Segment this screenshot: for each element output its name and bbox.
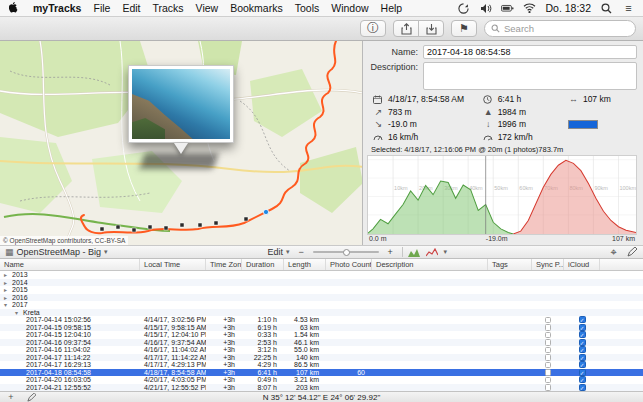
icloud-checkbox[interactable]: ✓ — [579, 339, 586, 346]
icloud-checkbox[interactable]: ✓ — [579, 346, 586, 353]
group-row[interactable]: ▸2014 — [0, 279, 643, 287]
toolbar-search[interactable] — [484, 20, 636, 37]
track-name-field[interactable]: 2017-04-18 08:54:58 — [423, 45, 637, 59]
info-button[interactable]: ⓘ — [360, 20, 386, 37]
edit-track-button[interactable] — [24, 393, 38, 402]
sync-status-icon[interactable] — [457, 2, 470, 15]
menu-item[interactable]: Window — [331, 2, 368, 14]
photo-card[interactable] — [128, 65, 234, 143]
volume-icon[interactable] — [479, 2, 492, 15]
column-header[interactable]: Local Time — [140, 259, 206, 270]
icloud-checkbox[interactable]: ✓ — [579, 369, 586, 376]
apple-menu-icon[interactable] — [8, 2, 21, 15]
icloud-checkbox[interactable]: ✓ — [579, 361, 586, 368]
description-label: Description: — [367, 62, 423, 72]
menu-item[interactable]: Help — [381, 2, 403, 14]
cell-time_zone: +3h — [206, 384, 242, 392]
add-track-button[interactable]: + — [4, 393, 18, 402]
column-header[interactable]: Sync P... — [532, 259, 564, 270]
elevation-chart[interactable]: 10km20km30km40km50km60km70km80km90km100k… — [367, 155, 637, 235]
sync-toggle[interactable] — [545, 339, 552, 346]
track-color-swatch[interactable] — [568, 120, 598, 129]
track-row[interactable]: 2017-04-16 11:04:024/16/17, 11:04:02 AM+… — [0, 346, 643, 354]
group-row[interactable]: ▸2015 — [0, 286, 643, 294]
sync-toggle[interactable] — [545, 377, 552, 384]
zoom-slider-thumb[interactable] — [343, 249, 350, 256]
menu-item[interactable]: Tools — [295, 2, 320, 14]
menubar-clock[interactable]: Do. 18:32 — [545, 2, 591, 14]
sync-toggle[interactable] — [545, 347, 552, 354]
track-row[interactable]: 2017-04-14 15:02:564/14/17, 3:02:56 PM+3… — [0, 316, 643, 324]
waypoint-flag-button[interactable]: ⚑ — [451, 20, 477, 37]
column-header[interactable]: Length — [284, 259, 326, 270]
track-row[interactable]: 2017-04-17 11:14:224/17/17, 11:14:22 AM+… — [0, 354, 643, 362]
track-row[interactable]: 2017-04-18 08:54:584/18/17, 8:54:58 AM+3… — [0, 369, 643, 377]
track-row[interactable]: 2017-04-17 16:29:134/17/17, 4:29:13 PM+3… — [0, 361, 643, 369]
icloud-checkbox[interactable]: ✓ — [579, 376, 586, 383]
edit-mode-dropdown[interactable]: Edit ▾ — [268, 247, 290, 257]
menu-item[interactable]: Bookmarks — [230, 2, 283, 14]
map-provider-dropdown[interactable]: ▦ OpenStreetMap - Big ▾ — [5, 247, 108, 257]
menu-item[interactable]: Tracks — [152, 2, 183, 14]
sync-toggle[interactable] — [545, 317, 552, 324]
sync-toggle[interactable] — [545, 324, 552, 331]
sync-toggle[interactable] — [545, 332, 552, 339]
group-row[interactable]: ▾Kreta — [0, 309, 643, 317]
menu-item[interactable]: View — [196, 2, 219, 14]
table-body: ▸2013▸2014▸2015▸2016▾2017▾Kreta2017-04-1… — [0, 271, 643, 391]
locate-button[interactable]: ⌖ — [607, 246, 620, 258]
column-header[interactable]: Tags — [488, 259, 532, 270]
cell-description — [372, 346, 488, 354]
column-header[interactable]: Name — [0, 259, 140, 270]
column-header[interactable]: Duration — [242, 259, 284, 270]
notification-center-icon[interactable]: ≡ — [622, 2, 635, 15]
wifi-icon[interactable] — [523, 2, 536, 15]
sync-toggle[interactable] — [545, 362, 552, 369]
draw-track-button[interactable] — [625, 246, 638, 258]
spotlight-icon[interactable] — [600, 2, 613, 15]
icloud-checkbox[interactable]: ✓ — [579, 324, 586, 331]
menu-item[interactable]: Edit — [122, 2, 140, 14]
share-import-button[interactable] — [418, 20, 444, 37]
track-row[interactable]: 2017-04-21 12:55:524/21/17, 12:55:52 PM+… — [0, 384, 643, 392]
group-row[interactable]: ▸2013 — [0, 271, 643, 279]
cell-duration: 3:12 h — [242, 346, 284, 354]
icloud-checkbox[interactable]: ✓ — [579, 316, 586, 323]
column-header[interactable]: Description — [372, 259, 488, 270]
menu-bar: myTracks FileEditTracksViewBookmarksTool… — [0, 0, 643, 17]
cell-tags — [488, 324, 532, 332]
speed-graph-button[interactable] — [426, 246, 439, 258]
track-stats: 4/18/17, 8:54:58 AM 6:41 h ↔107 km ↗783 … — [373, 93, 637, 143]
zoom-in-button[interactable]: + — [384, 246, 397, 258]
column-header[interactable]: Photo Count — [326, 259, 372, 270]
battery-icon[interactable] — [501, 2, 514, 15]
sync-toggle[interactable] — [545, 369, 552, 376]
sync-toggle[interactable] — [545, 354, 552, 361]
track-row[interactable]: 2017-04-20 16:03:054/20/17, 4:03:05 PM+3… — [0, 376, 643, 384]
icloud-checkbox[interactable]: ✓ — [579, 354, 586, 361]
menu-item[interactable]: File — [93, 2, 110, 14]
share-export-button[interactable] — [393, 20, 419, 37]
column-header[interactable]: iCloud — [564, 259, 600, 270]
search-input[interactable] — [504, 23, 636, 34]
column-header[interactable]: Time Zone — [206, 259, 242, 270]
sync-toggle[interactable] — [545, 384, 552, 391]
row-name: 2017-04-15 09:58:15 — [26, 324, 91, 331]
cell-tags — [488, 279, 532, 287]
menu-app-name[interactable]: myTracks — [33, 2, 81, 14]
track-row[interactable]: 2017-04-15 12:04:104/15/17, 12:04:10 PM+… — [0, 331, 643, 339]
track-description-field[interactable] — [423, 62, 637, 90]
zoom-out-button[interactable]: − — [295, 246, 308, 258]
track-row[interactable]: 2017-04-15 09:58:154/15/17, 9:58:15 AM+3… — [0, 324, 643, 332]
icloud-checkbox[interactable]: ✓ — [579, 384, 586, 391]
map-pane[interactable]: © OpenStreetMap contributors, CC-BY-SA — [0, 41, 363, 245]
track-photo[interactable] — [132, 69, 230, 139]
track-row[interactable]: 2017-04-16 09:37:544/16/17, 9:37:54 AM+3… — [0, 339, 643, 347]
group-row[interactable]: ▸2016 — [0, 294, 643, 302]
zoom-slider[interactable] — [313, 247, 379, 257]
chevron-down-icon[interactable]: ▾ — [444, 248, 448, 256]
elevation-graph-button[interactable] — [408, 246, 421, 258]
group-row[interactable]: ▾2017 — [0, 301, 643, 309]
icloud-checkbox[interactable]: ✓ — [579, 331, 586, 338]
photo-callout[interactable] — [128, 65, 234, 143]
